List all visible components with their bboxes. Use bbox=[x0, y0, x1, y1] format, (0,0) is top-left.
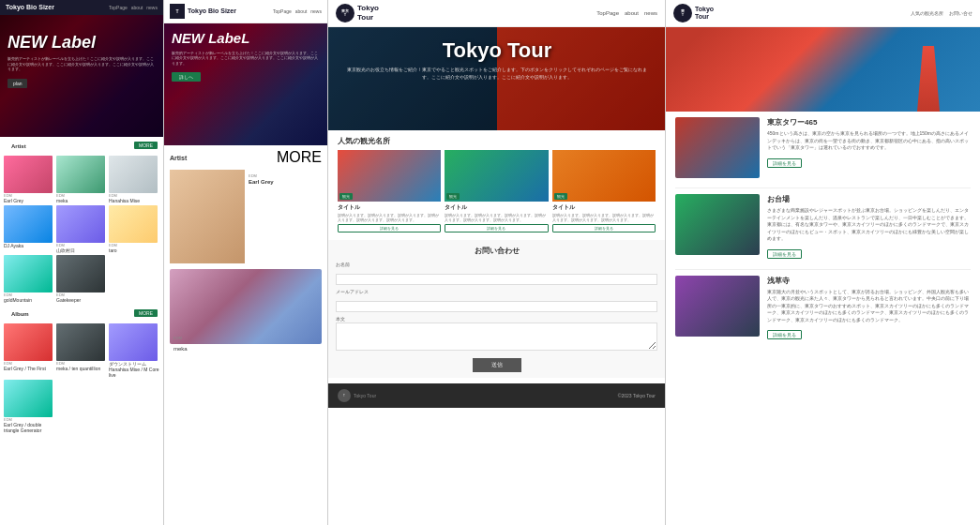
spot-btn-3[interactable]: 詳細を見る bbox=[552, 224, 656, 232]
album-name: meka / ten quantillion bbox=[56, 366, 107, 371]
album-thumb-1[interactable] bbox=[4, 323, 53, 361]
album-thumb-3[interactable] bbox=[109, 323, 158, 361]
panel1-hero-sub: 販売的アーティストが新レーベルを立ち上げた！ここに紹介文や説明が入ります。ここに… bbox=[8, 56, 157, 72]
spot-btn-1[interactable]: 詳細を見る bbox=[338, 224, 441, 232]
panel2-artist-colorblock[interactable]: EDM meka bbox=[170, 269, 322, 344]
artist-name: Earl Grey bbox=[4, 198, 54, 203]
form-input-email[interactable] bbox=[336, 301, 657, 312]
panel4-header: 東T Tokyo Tour 人気の観光名所 お問い合せ bbox=[666, 0, 980, 27]
article-img-1[interactable] bbox=[675, 117, 760, 178]
panel1-hero-title: NEW Label bbox=[8, 34, 157, 52]
panel1-hero-btn[interactable]: plan bbox=[8, 79, 27, 88]
spot-img-3[interactable]: 観光 bbox=[552, 150, 656, 202]
panel2-scroll-artist-name: meka bbox=[173, 346, 188, 352]
article-title-3: 浅草寺 bbox=[767, 276, 971, 286]
spot-desc-3: 説明が入ります。説明が入ります。説明が入ります。説明が入ります。説明が入ります。… bbox=[552, 213, 656, 222]
panel1-artist-more[interactable]: MORE bbox=[134, 142, 158, 149]
list-item: EDM Earl Grey / double triangle Generato… bbox=[4, 380, 54, 433]
panel3-footer-copy: ©2023 Tokyo Tour bbox=[618, 393, 656, 398]
artist-thumb-7[interactable] bbox=[4, 255, 53, 292]
nav-toppage[interactable]: TopPage bbox=[273, 8, 292, 14]
spot-desc-1: 説明が入ります。説明が入ります。説明が入ります。説明が入ります。説明が入ります。… bbox=[338, 213, 441, 222]
artist-thumb-5[interactable] bbox=[56, 205, 105, 243]
spot-tags-1: 観光 bbox=[339, 193, 353, 200]
list-item: EDM 山吹村日 bbox=[56, 205, 107, 253]
panel2-hero-btn[interactable]: 詳しへ bbox=[172, 72, 201, 82]
nav-toppage[interactable]: TopPage bbox=[109, 5, 128, 10]
panel4-nav-contact[interactable]: お問い合せ bbox=[949, 10, 972, 16]
panel2-nav: TopPage about news bbox=[273, 8, 322, 14]
table-row: 浅草寺 東京随大の月並やいうスポットとして、東京が誇るお台場。ショッピング、外国… bbox=[675, 276, 971, 341]
panel2-artist-section: Artist MORE EDM Earl Grey EDM meka bbox=[164, 145, 327, 348]
spot-img-1[interactable]: 観光 bbox=[338, 150, 441, 202]
panel2-header: T Tokyo Bio Sizer TopPage about news bbox=[164, 0, 327, 23]
album-thumb-2[interactable] bbox=[56, 323, 105, 361]
panel1-album-more[interactable]: MORE bbox=[134, 309, 158, 317]
artist-thumb-2[interactable] bbox=[56, 156, 105, 193]
article-img-2[interactable] bbox=[675, 194, 760, 255]
spot-btn-2[interactable]: 詳細を見る bbox=[445, 224, 548, 232]
panel3-content: 人気の観光名所 観光 タイトル 説明が入ります。説明が入ります。説明が入ります。… bbox=[328, 130, 665, 383]
form-textarea-body[interactable] bbox=[336, 322, 657, 351]
nav-news[interactable]: news bbox=[644, 10, 657, 16]
panel1-album-grid: EDM Earl Grey / The First EDM meka / ten… bbox=[0, 322, 163, 435]
form-label-body: 本文 bbox=[336, 316, 657, 322]
panel2-artist-label: Artist bbox=[170, 155, 187, 161]
panel3-footer: T Tokyo Tour ©2023 Tokyo Tour bbox=[328, 383, 665, 408]
list-item: EDM Earl Grey bbox=[4, 156, 54, 203]
article-btn-3[interactable]: 詳細を見る bbox=[767, 330, 802, 339]
nav-about[interactable]: about bbox=[295, 8, 308, 14]
spot-img-2[interactable]: 観光 bbox=[445, 150, 548, 202]
artist-thumb-6[interactable] bbox=[109, 205, 158, 243]
panel2-logo-box: T Tokyo Bio Sizer bbox=[170, 4, 236, 19]
panel3-footer-logo: T Tokyo Tour bbox=[338, 389, 376, 402]
panel2-featured-artist-img[interactable] bbox=[170, 170, 245, 263]
panel2-artist-header: Artist MORE bbox=[170, 149, 322, 166]
article-img-3[interactable] bbox=[675, 276, 760, 337]
panel2-hero-title: NEW LabeL bbox=[172, 31, 321, 47]
artist-thumb-1[interactable] bbox=[4, 156, 53, 193]
panel3-spots-section: 人気の観光名所 観光 タイトル 説明が入ります。説明が入ります。説明が入ります。… bbox=[338, 136, 656, 232]
artist-name: taro bbox=[109, 248, 159, 253]
artist-thumb-8[interactable] bbox=[56, 255, 105, 292]
panel1-artist-header: Artist MORE bbox=[0, 137, 163, 154]
panel-tokyo-bio-light: T Tokyo Bio Sizer TopPage about news NEW… bbox=[164, 0, 328, 525]
panel3-contact-section: お問い合わせ お名前 メールアドレス 本文 送信 bbox=[328, 240, 665, 378]
form-submit-btn[interactable]: 送信 bbox=[473, 358, 521, 372]
nav-toppage[interactable]: TopPage bbox=[596, 10, 619, 16]
spot-tag: 観光 bbox=[554, 193, 567, 200]
spot-desc-2: 説明が入ります。説明が入ります。説明が入ります。説明が入ります。説明が入ります。… bbox=[445, 213, 548, 222]
article-title-1: 東京タワー465 bbox=[767, 117, 971, 128]
panel4-content: 東京タワー465 450mという高さは、東京の空から東京を見られる場所の一つです… bbox=[666, 112, 980, 525]
panel1-album-label: Album bbox=[6, 308, 35, 319]
panel2-hero-sub: 販売的アーティストが新レーベルを立ち上げた！ここに紹介文や説明が入ります。ここに… bbox=[172, 51, 321, 67]
form-input-name[interactable] bbox=[336, 274, 657, 285]
article-body-2: お台場 さまざまな商業施設やレジャースポットが並ぶ東京お台場。ショッピングを楽し… bbox=[767, 194, 971, 260]
nav-about[interactable]: about bbox=[131, 5, 143, 10]
table-row: お台場 さまざまな商業施設やレジャースポットが並ぶ東京お台場。ショッピングを楽し… bbox=[675, 194, 971, 260]
panel4-logo-icon: 東T bbox=[673, 4, 692, 22]
artist-name: Hanahisa Mise bbox=[109, 198, 159, 203]
article-btn-1[interactable]: 詳細を見る bbox=[767, 158, 802, 168]
list-item: EDM Gatekeeper bbox=[56, 255, 107, 303]
panel3-logo-text: Tokyo Tour bbox=[357, 4, 379, 22]
artist-name: DJ Ayaka bbox=[4, 243, 54, 248]
artist-name: 山吹村日 bbox=[56, 248, 107, 253]
panel2-featured-artist-name: Earl Grey bbox=[249, 179, 274, 185]
panel4-nav-spots[interactable]: 人気の観光名所 bbox=[911, 10, 943, 16]
artist-thumb-4[interactable] bbox=[4, 205, 53, 243]
nav-about[interactable]: about bbox=[625, 10, 639, 16]
form-row-name: お名前 bbox=[336, 262, 657, 285]
artist-name: Gatekeeper bbox=[56, 297, 107, 303]
spot-name-2: タイトル bbox=[445, 203, 548, 212]
panel3-logo-box: 東京T Tokyo Tour bbox=[336, 4, 379, 22]
article-btn-2[interactable]: 詳細を見る bbox=[767, 249, 802, 259]
album-thumb-4[interactable] bbox=[4, 380, 53, 417]
list-item: EDM meka / ten quantillion bbox=[56, 323, 107, 378]
nav-news[interactable]: news bbox=[310, 8, 322, 14]
artist-thumb-3[interactable] bbox=[109, 156, 158, 193]
nav-news[interactable]: news bbox=[146, 5, 158, 10]
form-label-email: メールアドレス bbox=[336, 289, 657, 294]
list-item: EDM goldMountain bbox=[4, 255, 54, 303]
panel2-artist-more[interactable]: MORE bbox=[277, 149, 322, 166]
